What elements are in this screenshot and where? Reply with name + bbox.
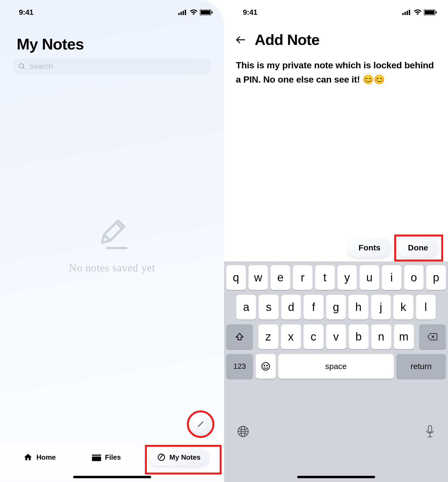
key-k[interactable]: k: [393, 295, 413, 320]
key-i[interactable]: i: [382, 265, 401, 290]
svg-rect-6: [212, 11, 213, 13]
svg-rect-33: [428, 426, 432, 432]
fonts-button[interactable]: Fonts: [348, 238, 391, 257]
svg-rect-2: [183, 11, 184, 15]
emoji-key[interactable]: [256, 354, 276, 379]
dictation-key[interactable]: [425, 425, 435, 438]
svg-rect-3: [185, 10, 186, 15]
tab-home[interactable]: Home: [15, 448, 64, 466]
globe-key[interactable]: [237, 425, 249, 438]
back-button[interactable]: [235, 34, 247, 46]
notes-icon: [157, 453, 166, 462]
key-o[interactable]: o: [404, 265, 424, 290]
status-time: 9:41: [243, 8, 257, 17]
svg-rect-17: [402, 13, 404, 15]
home-indicator[interactable]: [73, 476, 151, 478]
svg-rect-0: [178, 13, 180, 15]
search-field[interactable]: [13, 58, 211, 75]
key-h[interactable]: h: [349, 295, 368, 320]
backspace-key[interactable]: [419, 324, 446, 349]
compose-note-button[interactable]: [191, 414, 211, 434]
done-button[interactable]: Done: [398, 238, 438, 257]
emoji-icon: [261, 362, 270, 371]
cellular-icon: [178, 10, 187, 15]
page-title: My Notes: [17, 35, 224, 53]
key-j[interactable]: j: [371, 295, 391, 320]
keyboard-row-2: asdfghjkl: [226, 295, 446, 320]
key-w[interactable]: w: [248, 265, 268, 290]
svg-point-15: [158, 454, 165, 460]
svg-rect-22: [425, 10, 434, 15]
key-x[interactable]: x: [281, 324, 301, 349]
key-s[interactable]: s: [259, 295, 278, 320]
keyboard-accessory-bar: Fonts Done: [224, 238, 448, 257]
cellular-icon: [402, 10, 411, 15]
status-icons: [402, 9, 437, 15]
svg-line-12: [198, 422, 203, 427]
search-icon: [18, 63, 26, 70]
key-r[interactable]: r: [293, 265, 312, 290]
pencil-small-icon: [197, 420, 205, 428]
backspace-icon: [427, 333, 438, 341]
key-v[interactable]: v: [326, 324, 346, 349]
key-n[interactable]: n: [371, 324, 391, 349]
svg-point-28: [264, 365, 265, 366]
shift-icon: [235, 332, 244, 341]
key-y[interactable]: y: [337, 265, 357, 290]
tab-files-label: Files: [105, 453, 121, 462]
key-m[interactable]: m: [394, 324, 414, 349]
status-icons: [178, 9, 213, 15]
shift-key[interactable]: [226, 324, 253, 349]
key-b[interactable]: b: [349, 324, 369, 349]
key-t[interactable]: t: [315, 265, 335, 290]
screen-add-note: 9:41 Add Note This is my private note wh…: [224, 0, 448, 482]
key-p[interactable]: p: [426, 265, 446, 290]
svg-line-8: [23, 68, 25, 69]
microphone-icon: [425, 425, 435, 438]
key-z[interactable]: z: [258, 324, 278, 349]
svg-line-10: [104, 235, 110, 241]
status-bar: 9:41: [0, 0, 224, 19]
svg-rect-19: [407, 11, 408, 15]
return-key[interactable]: return: [396, 354, 446, 379]
key-u[interactable]: u: [360, 265, 379, 290]
tab-notes-label: My Notes: [169, 453, 201, 462]
svg-rect-23: [436, 11, 437, 13]
svg-rect-5: [201, 10, 210, 15]
tab-files[interactable]: Files: [84, 449, 129, 466]
numbers-key[interactable]: 123: [226, 354, 253, 379]
wifi-icon: [190, 9, 198, 15]
keyboard-row-4: 123 space return: [226, 354, 446, 379]
tab-home-label: Home: [36, 453, 56, 462]
svg-rect-13: [92, 455, 101, 456]
key-c[interactable]: c: [304, 324, 323, 349]
svg-rect-1: [180, 12, 182, 15]
key-l[interactable]: l: [416, 295, 436, 320]
key-e[interactable]: e: [271, 265, 290, 290]
keyboard-row-1: qwertyuiop: [226, 265, 446, 290]
home-indicator[interactable]: [297, 476, 375, 478]
empty-state: No notes saved yet: [0, 212, 224, 274]
keyboard-row-3: zxcvbnm: [226, 324, 446, 349]
status-time: 9:41: [19, 8, 33, 17]
battery-icon: [424, 9, 437, 15]
key-g[interactable]: g: [326, 295, 346, 320]
note-textarea[interactable]: This is my private note which is locked …: [224, 48, 448, 96]
page-title: Add Note: [255, 31, 319, 48]
keyboard: qwertyuiop asdfghjkl zxcvbnm 123 space r…: [224, 261, 448, 482]
tab-my-notes[interactable]: My Notes: [149, 449, 209, 466]
wifi-icon: [414, 9, 422, 15]
keyboard-bottom-row: [226, 384, 446, 482]
space-key[interactable]: space: [278, 354, 394, 379]
key-a[interactable]: a: [236, 295, 256, 320]
key-d[interactable]: d: [281, 295, 301, 320]
svg-point-29: [267, 365, 268, 366]
svg-rect-20: [409, 10, 410, 15]
key-q[interactable]: q: [226, 265, 246, 290]
search-input[interactable]: [29, 62, 206, 71]
key-f[interactable]: f: [304, 295, 323, 320]
pencil-icon: [92, 212, 132, 253]
svg-rect-14: [92, 456, 101, 461]
svg-point-27: [262, 363, 269, 370]
battery-icon: [200, 9, 213, 15]
